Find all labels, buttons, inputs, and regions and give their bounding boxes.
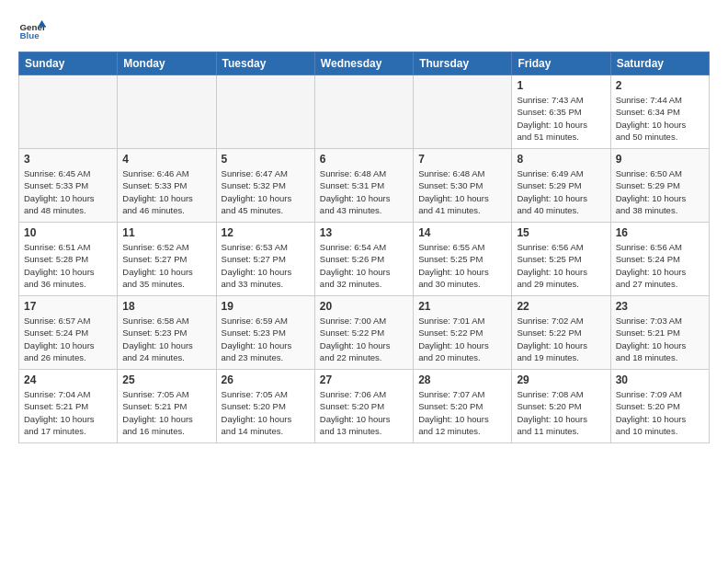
page: General Blue SundayMondayTuesdayWednesda…: [0, 0, 728, 454]
calendar-cell: 2Sunrise: 7:44 AMSunset: 6:34 PMDaylight…: [610, 75, 709, 149]
day-number: 28: [418, 373, 506, 386]
day-info: Sunrise: 7:06 AMSunset: 5:20 PMDaylight:…: [320, 388, 408, 437]
weekday-header-tuesday: Tuesday: [216, 52, 314, 75]
day-number: 18: [122, 300, 210, 313]
day-info: Sunrise: 6:50 AMSunset: 5:29 PMDaylight:…: [616, 167, 704, 216]
day-number: 2: [616, 79, 704, 92]
day-info: Sunrise: 7:05 AMSunset: 5:20 PMDaylight:…: [222, 388, 310, 437]
day-info: Sunrise: 6:57 AMSunset: 5:24 PMDaylight:…: [24, 315, 112, 363]
day-info: Sunrise: 6:49 AMSunset: 5:29 PMDaylight:…: [517, 167, 605, 216]
day-info: Sunrise: 7:09 AMSunset: 5:20 PMDaylight:…: [616, 388, 704, 437]
week-row-5: 24Sunrise: 7:04 AMSunset: 5:21 PMDayligh…: [19, 370, 710, 443]
weekday-header-sunday: Sunday: [19, 52, 118, 75]
day-info: Sunrise: 6:47 AMSunset: 5:32 PMDaylight:…: [222, 167, 310, 216]
day-info: Sunrise: 6:58 AMSunset: 5:23 PMDaylight:…: [122, 315, 210, 363]
day-number: 6: [320, 153, 408, 166]
day-number: 3: [24, 153, 112, 166]
week-row-4: 17Sunrise: 6:57 AMSunset: 5:24 PMDayligh…: [19, 296, 710, 370]
calendar-cell: 21Sunrise: 7:01 AMSunset: 5:22 PMDayligh…: [414, 296, 512, 370]
week-row-1: 1Sunrise: 7:43 AMSunset: 6:35 PMDaylight…: [19, 75, 710, 149]
day-info: Sunrise: 7:04 AMSunset: 5:21 PMDaylight:…: [24, 388, 112, 437]
day-number: 19: [222, 300, 310, 313]
day-info: Sunrise: 6:55 AMSunset: 5:25 PMDaylight:…: [418, 241, 506, 290]
calendar-cell: 10Sunrise: 6:51 AMSunset: 5:28 PMDayligh…: [19, 223, 118, 296]
calendar-cell: 20Sunrise: 7:00 AMSunset: 5:22 PMDayligh…: [314, 296, 413, 370]
day-info: Sunrise: 6:52 AMSunset: 5:27 PMDaylight:…: [122, 241, 210, 290]
calendar-cell: [414, 75, 512, 149]
day-number: 13: [320, 226, 408, 239]
day-number: 27: [320, 373, 408, 386]
week-row-3: 10Sunrise: 6:51 AMSunset: 5:28 PMDayligh…: [19, 223, 710, 296]
calendar-cell: [118, 75, 216, 149]
day-info: Sunrise: 6:54 AMSunset: 5:26 PMDaylight:…: [320, 241, 408, 290]
calendar-cell: 23Sunrise: 7:03 AMSunset: 5:21 PMDayligh…: [610, 296, 709, 370]
day-number: 22: [517, 300, 605, 313]
day-number: 21: [418, 300, 506, 313]
weekday-header-monday: Monday: [118, 52, 216, 75]
day-info: Sunrise: 6:59 AMSunset: 5:23 PMDaylight:…: [222, 315, 310, 363]
day-info: Sunrise: 7:08 AMSunset: 5:20 PMDaylight:…: [517, 388, 605, 437]
header-row: General Blue: [18, 15, 710, 42]
day-number: 10: [24, 226, 112, 239]
calendar-cell: 13Sunrise: 6:54 AMSunset: 5:26 PMDayligh…: [314, 223, 413, 296]
day-info: Sunrise: 7:02 AMSunset: 5:22 PMDaylight:…: [517, 315, 605, 363]
day-info: Sunrise: 7:43 AMSunset: 6:35 PMDaylight:…: [517, 94, 605, 143]
weekday-header-wednesday: Wednesday: [314, 52, 413, 75]
day-number: 5: [222, 153, 310, 166]
day-info: Sunrise: 6:51 AMSunset: 5:28 PMDaylight:…: [24, 241, 112, 290]
weekday-header-thursday: Thursday: [414, 52, 512, 75]
day-number: 16: [616, 226, 704, 239]
day-number: 11: [122, 226, 210, 239]
calendar-cell: 4Sunrise: 6:46 AMSunset: 5:33 PMDaylight…: [118, 149, 216, 223]
day-info: Sunrise: 6:46 AMSunset: 5:33 PMDaylight:…: [122, 167, 210, 216]
calendar-cell: 11Sunrise: 6:52 AMSunset: 5:27 PMDayligh…: [118, 223, 216, 296]
day-info: Sunrise: 7:05 AMSunset: 5:21 PMDaylight:…: [122, 388, 210, 437]
calendar-cell: 8Sunrise: 6:49 AMSunset: 5:29 PMDaylight…: [512, 149, 610, 223]
day-number: 15: [517, 226, 605, 239]
calendar-cell: 19Sunrise: 6:59 AMSunset: 5:23 PMDayligh…: [216, 296, 314, 370]
calendar-table: SundayMondayTuesdayWednesdayThursdayFrid…: [18, 52, 710, 443]
day-number: 1: [517, 79, 605, 92]
calendar-cell: 9Sunrise: 6:50 AMSunset: 5:29 PMDaylight…: [610, 149, 709, 223]
day-number: 17: [24, 300, 112, 313]
calendar-cell: 30Sunrise: 7:09 AMSunset: 5:20 PMDayligh…: [610, 370, 709, 443]
calendar-cell: 3Sunrise: 6:45 AMSunset: 5:33 PMDaylight…: [19, 149, 118, 223]
calendar-cell: 22Sunrise: 7:02 AMSunset: 5:22 PMDayligh…: [512, 296, 610, 370]
calendar-cell: 17Sunrise: 6:57 AMSunset: 5:24 PMDayligh…: [19, 296, 118, 370]
calendar-cell: 24Sunrise: 7:04 AMSunset: 5:21 PMDayligh…: [19, 370, 118, 443]
day-number: 24: [24, 373, 112, 386]
calendar-cell: 5Sunrise: 6:47 AMSunset: 5:32 PMDaylight…: [216, 149, 314, 223]
day-number: 7: [418, 153, 506, 166]
weekday-header-row: SundayMondayTuesdayWednesdayThursdayFrid…: [19, 52, 710, 75]
day-info: Sunrise: 7:07 AMSunset: 5:20 PMDaylight:…: [418, 388, 506, 437]
weekday-header-saturday: Saturday: [610, 52, 709, 75]
day-number: 29: [517, 373, 605, 386]
day-number: 30: [616, 373, 704, 386]
calendar-cell: 25Sunrise: 7:05 AMSunset: 5:21 PMDayligh…: [118, 370, 216, 443]
calendar-cell: [19, 75, 118, 149]
day-info: Sunrise: 7:01 AMSunset: 5:22 PMDaylight:…: [418, 315, 506, 363]
calendar-cell: 16Sunrise: 6:56 AMSunset: 5:24 PMDayligh…: [610, 223, 709, 296]
logo-icon: General Blue: [18, 15, 46, 42]
day-info: Sunrise: 6:48 AMSunset: 5:30 PMDaylight:…: [418, 167, 506, 216]
logo-area: General Blue: [18, 15, 50, 42]
day-info: Sunrise: 6:56 AMSunset: 5:24 PMDaylight:…: [616, 241, 704, 290]
calendar-cell: [216, 75, 314, 149]
day-info: Sunrise: 7:44 AMSunset: 6:34 PMDaylight:…: [616, 94, 704, 143]
week-row-2: 3Sunrise: 6:45 AMSunset: 5:33 PMDaylight…: [19, 149, 710, 223]
svg-text:Blue: Blue: [20, 30, 40, 40]
day-number: 4: [122, 153, 210, 166]
calendar-cell: [314, 75, 413, 149]
day-info: Sunrise: 6:56 AMSunset: 5:25 PMDaylight:…: [517, 241, 605, 290]
day-info: Sunrise: 6:53 AMSunset: 5:27 PMDaylight:…: [222, 241, 310, 290]
weekday-header-friday: Friday: [512, 52, 610, 75]
day-info: Sunrise: 6:45 AMSunset: 5:33 PMDaylight:…: [24, 167, 112, 216]
day-info: Sunrise: 6:48 AMSunset: 5:31 PMDaylight:…: [320, 167, 408, 216]
calendar-cell: 6Sunrise: 6:48 AMSunset: 5:31 PMDaylight…: [314, 149, 413, 223]
calendar-cell: 12Sunrise: 6:53 AMSunset: 5:27 PMDayligh…: [216, 223, 314, 296]
day-number: 12: [222, 226, 310, 239]
day-info: Sunrise: 7:03 AMSunset: 5:21 PMDaylight:…: [616, 315, 704, 363]
day-number: 9: [616, 153, 704, 166]
day-number: 26: [222, 373, 310, 386]
calendar-cell: 28Sunrise: 7:07 AMSunset: 5:20 PMDayligh…: [414, 370, 512, 443]
